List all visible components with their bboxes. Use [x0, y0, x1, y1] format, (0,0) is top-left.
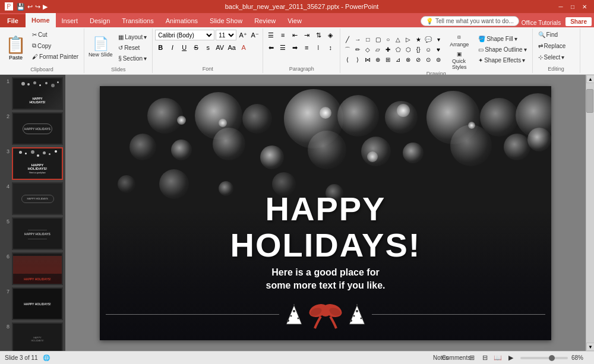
tab-insert[interactable]: Insert — [56, 14, 84, 27]
bold-button[interactable]: B — [155, 42, 166, 53]
tell-me-input[interactable]: 💡 Tell me what you want to do... — [421, 16, 519, 26]
scroll-down-btn[interactable]: ▼ — [586, 343, 594, 351]
tab-animations[interactable]: Animations — [160, 14, 204, 27]
text-direction-btn[interactable]: ⇅ — [313, 30, 324, 40]
shape-rounded-rect[interactable]: ▢ — [373, 35, 383, 45]
shape-effects-button[interactable]: ✦ Shape Effects ▾ — [475, 55, 529, 65]
section-button[interactable]: § Section ▾ — [115, 53, 150, 64]
present-icon[interactable]: ▶ — [43, 3, 48, 11]
find-button[interactable]: 🔍 Find — [535, 30, 561, 40]
reset-button[interactable]: ↺ Reset — [115, 43, 150, 53]
tab-transitions[interactable]: Transitions — [116, 14, 159, 27]
shape-cross[interactable]: ✚ — [383, 45, 393, 55]
zoom-slider[interactable] — [520, 357, 568, 359]
zoom-thumb[interactable] — [549, 355, 555, 361]
new-slide-button[interactable]: 📄 New Slide — [87, 30, 114, 65]
font-color-button[interactable]: A — [238, 42, 249, 53]
italic-button[interactable]: I — [167, 42, 178, 53]
shape-smiley[interactable]: ☺ — [424, 45, 433, 55]
format-painter-button[interactable]: 🖌 Format Painter — [29, 52, 81, 62]
tab-view[interactable]: View — [282, 14, 308, 27]
tab-home[interactable]: Home — [26, 13, 56, 27]
strikethrough-button[interactable]: S — [191, 42, 201, 53]
replace-button[interactable]: ⇄ Replace — [535, 41, 569, 51]
numbered-list-btn[interactable]: ≡ — [277, 30, 288, 40]
shape-brace[interactable]: {} — [413, 45, 423, 55]
justify-btn[interactable]: ≡ — [301, 42, 312, 53]
close-btn[interactable]: ✕ — [580, 2, 589, 11]
copy-button[interactable]: ⧉ Copy — [29, 40, 81, 51]
shape-pentagon[interactable]: ⬠ — [393, 45, 403, 55]
shape-oval[interactable]: ○ — [383, 35, 393, 45]
align-center-btn[interactable]: ☰ — [277, 42, 288, 53]
select-button[interactable]: ⊹ Select ▾ — [535, 52, 568, 62]
comments-button[interactable]: Comments — [450, 353, 462, 363]
bullet-list-btn[interactable]: ☰ — [266, 30, 276, 40]
slide-img-6[interactable]: HAPPY HOLIDAYS! — [12, 252, 63, 285]
font-size-select[interactable]: 11 — [216, 30, 236, 40]
shape-misc4[interactable]: ⊕ — [373, 55, 383, 65]
normal-view-btn[interactable]: ⊞ — [466, 353, 478, 363]
align-right-btn[interactable]: ➡ — [289, 42, 300, 53]
slide-img-2[interactable]: HAPPY HOLIDAYS — [12, 112, 63, 145]
redo-icon[interactable]: ↪ — [35, 3, 40, 11]
shape-misc5[interactable]: ⊞ — [383, 55, 393, 65]
increase-font-btn[interactable]: A⁺ — [238, 30, 248, 40]
shape-fill-button[interactable]: 🪣 Shape Fill ▾ — [475, 34, 529, 44]
slide-text-area[interactable]: HAPPY HOLIDAYS! Here is a good place for… — [100, 191, 551, 293]
quick-styles-button[interactable]: ▣ QuickStyles — [444, 52, 474, 69]
shape-misc2[interactable]: ⟩ — [353, 55, 362, 65]
minimize-btn[interactable]: ─ — [556, 2, 565, 11]
shape-right-arrow[interactable]: ▷ — [403, 35, 413, 45]
shape-arrow[interactable]: → — [353, 35, 362, 45]
shape-misc7[interactable]: ⊗ — [403, 55, 413, 65]
shape-rect[interactable]: □ — [363, 35, 372, 45]
line-spacing-btn[interactable]: ↕ — [325, 42, 336, 53]
slide-img-8[interactable]: HAPPYHOLIDAYS! — [12, 322, 63, 351]
shape-misc3[interactable]: ⋈ — [363, 55, 372, 65]
increase-indent-btn[interactable]: ⇥ — [301, 30, 312, 40]
cut-button[interactable]: ✂ Cut — [29, 30, 81, 40]
scroll-thumb[interactable] — [586, 89, 593, 113]
slide-img-7[interactable]: HAPPY HOLIDAYS! — [12, 287, 63, 320]
layout-button[interactable]: ▦ Layout ▾ — [115, 32, 150, 42]
shape-line[interactable]: ╱ — [343, 35, 352, 45]
slide-img-5[interactable]: ———————— HAPPY HOLIDAYS ———————— — [12, 217, 63, 250]
reading-view-btn[interactable]: 📖 — [492, 353, 504, 363]
decrease-indent-btn[interactable]: ⇤ — [289, 30, 300, 40]
shape-misc6[interactable]: ⊿ — [393, 55, 403, 65]
slide-img-1[interactable]: HAPPYHOLIDAYS! — [12, 77, 63, 110]
shape-misc1[interactable]: ⟨ — [343, 55, 352, 65]
slide-img-3[interactable]: HAPPYHOLIDAYS! Here is a good place — [12, 147, 63, 180]
paste-button[interactable]: 📋 Paste — [2, 30, 29, 65]
shape-star[interactable]: ★ — [413, 35, 423, 45]
shape-misc9[interactable]: ⊙ — [424, 55, 433, 65]
arrange-button[interactable]: ⧈ Arrange — [444, 30, 474, 51]
shape-curve[interactable]: ⌒ — [343, 45, 352, 55]
shape-outline-button[interactable]: ▭ Shape Outline ▾ — [475, 45, 529, 55]
decrease-font-btn[interactable]: A⁻ — [249, 30, 260, 40]
tab-file[interactable]: File — [0, 14, 26, 27]
save-icon[interactable]: 💾 — [17, 3, 25, 11]
share-button[interactable]: Share — [565, 17, 592, 26]
maximize-btn[interactable]: □ — [568, 2, 577, 11]
convert-smartart-btn[interactable]: ◈ — [325, 30, 336, 40]
tab-slideshow[interactable]: Slide Show — [204, 14, 248, 27]
columns-btn[interactable]: ⁞ — [313, 42, 324, 53]
font-family-select[interactable]: Calibri (Body) — [155, 30, 214, 40]
office-tutorials-link[interactable]: Office Tutorials — [522, 20, 561, 26]
tab-review[interactable]: Review — [248, 14, 282, 27]
shape-triangle[interactable]: △ — [393, 35, 403, 45]
tab-design[interactable]: Design — [84, 14, 116, 27]
char-space-button[interactable]: AV — [214, 42, 225, 53]
slide-img-4[interactable]: HAPPY HOLIDAYS — [12, 182, 63, 215]
shape-hexagon[interactable]: ⬡ — [403, 45, 413, 55]
shape-freeform[interactable]: ✏ — [353, 45, 362, 55]
shape-parallelogram[interactable]: ▱ — [373, 45, 383, 55]
shape-diamond[interactable]: ◇ — [363, 45, 372, 55]
shape-callout[interactable]: 💬 — [424, 35, 433, 45]
shadow-button[interactable]: s — [203, 42, 213, 53]
shape-misc10[interactable]: ⊚ — [434, 55, 443, 65]
align-left-btn[interactable]: ⬅ — [266, 42, 276, 53]
shape-heart[interactable]: ♥ — [434, 45, 443, 55]
